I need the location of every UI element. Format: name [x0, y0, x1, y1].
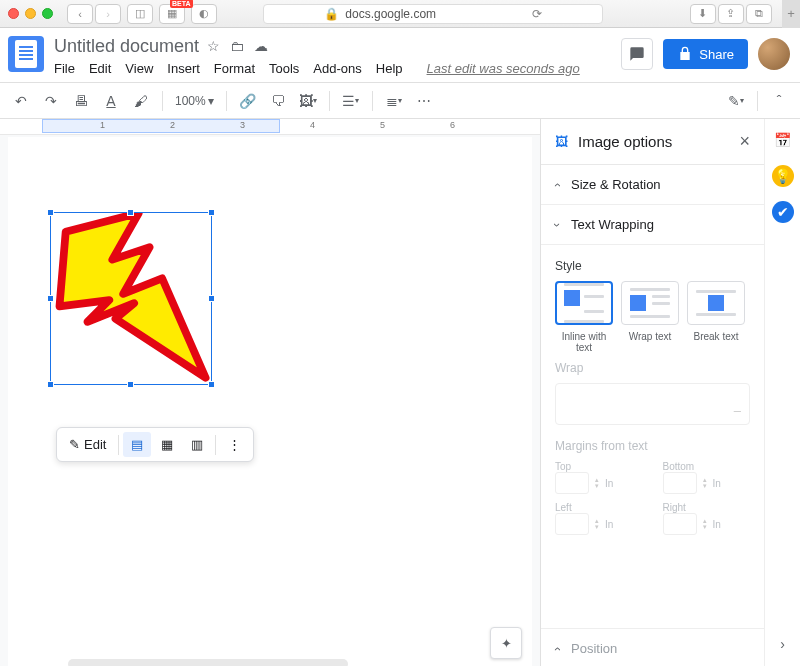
resize-handle[interactable] — [208, 381, 215, 388]
menu-file[interactable]: File — [54, 61, 75, 76]
maximize-window-button[interactable] — [42, 8, 53, 19]
panel-title: Image options — [578, 133, 729, 150]
resize-handle[interactable] — [127, 209, 134, 216]
menu-format[interactable]: Format — [214, 61, 255, 76]
resize-handle[interactable] — [208, 209, 215, 216]
margin-right-field: ▴▾In — [663, 513, 751, 535]
last-edit-info[interactable]: Last edit was seconds ago — [427, 61, 580, 76]
style-wrap-option[interactable]: Wrap text — [621, 281, 679, 353]
line-spacing-button[interactable]: ≣▾ — [381, 88, 407, 114]
wrap-break-button[interactable]: ▥ — [183, 432, 211, 457]
lightning-bolt-image[interactable] — [51, 213, 211, 384]
resize-handle[interactable] — [47, 295, 54, 302]
tasks-addon-icon[interactable]: ✔ — [772, 201, 794, 223]
menu-addons[interactable]: Add-ons — [313, 61, 361, 76]
pencil-icon: ✎ — [69, 437, 80, 452]
section-size-rotation[interactable]: › Size & Rotation — [541, 165, 764, 205]
document-canvas[interactable]: 1 2 3 4 5 6 ✎Edit — [0, 119, 540, 666]
menu-edit[interactable]: Edit — [89, 61, 111, 76]
section-text-wrapping[interactable]: › Text Wrapping — [541, 205, 764, 245]
image-icon: 🖼 — [555, 134, 568, 149]
wrap-text-button[interactable]: ▦ — [153, 432, 181, 457]
align-button[interactable]: ☰▾ — [338, 88, 364, 114]
main-area: 1 2 3 4 5 6 ✎Edit — [0, 119, 800, 666]
comments-button[interactable] — [621, 38, 653, 70]
move-icon[interactable]: 🗀 — [230, 38, 244, 54]
share-button[interactable]: Share — [663, 39, 748, 69]
more-button[interactable]: ⋯ — [411, 88, 437, 114]
reader-button[interactable]: ◐ — [191, 4, 217, 24]
beta-badge: BETA — [170, 0, 193, 8]
wrap-inline-button[interactable]: ▤ — [123, 432, 151, 457]
editing-mode-button[interactable]: ✎▾ — [723, 88, 749, 114]
menu-help[interactable]: Help — [376, 61, 403, 76]
page[interactable]: ✎Edit ▤ ▦ ▥ ⋮ ✦ — [8, 137, 532, 666]
window-controls — [8, 8, 53, 19]
spellcheck-button[interactable]: A — [98, 88, 124, 114]
chevron-right-icon: › — [550, 647, 564, 651]
docs-logo[interactable] — [8, 36, 44, 72]
downloads-button[interactable]: ⬇ — [690, 4, 716, 24]
image-options-panel: 🖼 Image options × › Size & Rotation › Te… — [540, 119, 764, 666]
document-header: Untitled document ☆ 🗀 ☁ File Edit View I… — [0, 28, 800, 83]
sidebar-toggle[interactable]: ◫ — [127, 4, 153, 24]
section-position[interactable]: › Position — [541, 628, 764, 666]
svg-marker-0 — [59, 213, 205, 378]
back-button[interactable]: ‹ — [67, 4, 93, 24]
undo-button[interactable]: ↶ — [8, 88, 34, 114]
image-selection[interactable] — [50, 212, 212, 385]
paint-format-button[interactable]: 🖌 — [128, 88, 154, 114]
style-inline-option[interactable]: Inline with text — [555, 281, 613, 353]
resize-handle[interactable] — [47, 381, 54, 388]
cloud-icon[interactable]: ☁ — [254, 38, 268, 54]
insert-image-button[interactable]: 🖼▾ — [295, 88, 321, 114]
margin-bottom-field: ▴▾In — [663, 472, 751, 494]
address-bar[interactable]: 🔒 docs.google.com ⟳ — [263, 4, 603, 24]
calendar-addon-icon[interactable]: 📅 — [772, 129, 794, 151]
url-text: docs.google.com — [345, 7, 436, 21]
hide-rail-button[interactable]: › — [772, 633, 794, 655]
account-avatar[interactable] — [758, 38, 790, 70]
text-wrapping-body: Style Inline with text Wrap text Break t… — [541, 245, 764, 551]
tabs-button[interactable]: ⧉ — [746, 4, 772, 24]
margins-label: Margins from text — [555, 439, 750, 453]
resize-handle[interactable] — [127, 381, 134, 388]
minimize-window-button[interactable] — [25, 8, 36, 19]
chevron-down-icon: ▾ — [208, 94, 214, 108]
menu-bar: File Edit View Insert Format Tools Add-o… — [54, 58, 611, 82]
print-button[interactable]: 🖶 — [68, 88, 94, 114]
zoom-select[interactable]: 100% ▾ — [171, 94, 218, 108]
close-panel-button[interactable]: × — [739, 131, 750, 152]
margin-left-field: ▴▾In — [555, 513, 643, 535]
document-title[interactable]: Untitled document — [54, 36, 199, 57]
add-comment-button[interactable]: 🗨 — [265, 88, 291, 114]
new-tab-button[interactable]: + — [782, 0, 800, 28]
image-overflow-button[interactable]: ⋮ — [220, 432, 249, 457]
wrap-label: Wrap — [555, 361, 750, 375]
refresh-icon[interactable]: ⟳ — [532, 7, 542, 21]
star-icon[interactable]: ☆ — [207, 38, 220, 54]
menu-tools[interactable]: Tools — [269, 61, 299, 76]
extension-button[interactable]: ▦ BETA — [159, 4, 185, 24]
link-button[interactable]: 🔗 — [235, 88, 261, 114]
edit-image-button[interactable]: ✎Edit — [61, 432, 114, 457]
explore-button[interactable]: ✦ — [490, 627, 522, 659]
collapse-toolbar-button[interactable]: ˆ — [766, 88, 792, 114]
lock-icon: 🔒 — [324, 7, 339, 21]
forward-button[interactable]: › — [95, 4, 121, 24]
chevron-down-icon: › — [550, 223, 564, 227]
style-break-option[interactable]: Break text — [687, 281, 745, 353]
menu-insert[interactable]: Insert — [167, 61, 200, 76]
horizontal-ruler[interactable]: 1 2 3 4 5 6 — [0, 119, 540, 135]
horizontal-scrollbar[interactable] — [68, 659, 348, 666]
style-label: Style — [555, 259, 750, 273]
redo-button[interactable]: ↷ — [38, 88, 64, 114]
margin-top-field: ▴▾In — [555, 472, 643, 494]
resize-handle[interactable] — [208, 295, 215, 302]
keep-addon-icon[interactable]: 💡 — [772, 165, 794, 187]
lock-icon — [677, 46, 693, 62]
resize-handle[interactable] — [47, 209, 54, 216]
menu-view[interactable]: View — [125, 61, 153, 76]
share-browser-button[interactable]: ⇪ — [718, 4, 744, 24]
close-window-button[interactable] — [8, 8, 19, 19]
